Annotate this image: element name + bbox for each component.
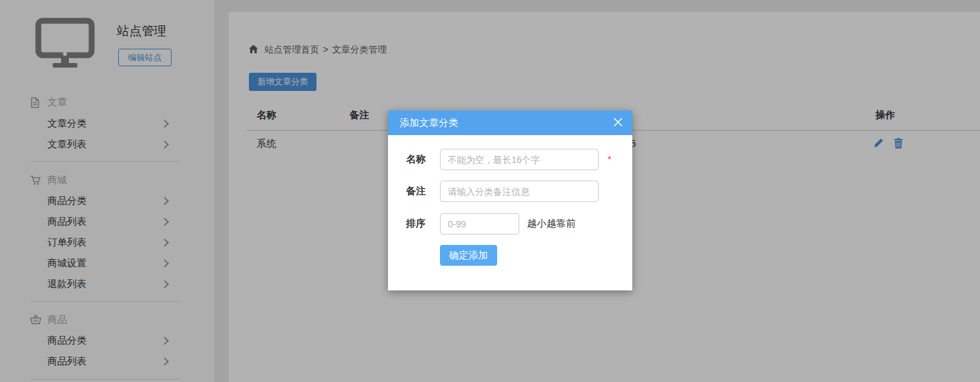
- sort-hint-text: 越小越靠前: [527, 218, 576, 230]
- modal-title: 添加文章分类: [400, 117, 458, 129]
- field-label-name: 名称: [406, 153, 426, 166]
- close-icon[interactable]: [612, 116, 625, 129]
- name-field[interactable]: [440, 149, 599, 170]
- note-field[interactable]: [440, 181, 599, 202]
- confirm-add-button[interactable]: 确定添加: [440, 245, 497, 266]
- field-label-sort: 排序: [406, 218, 426, 230]
- screen: 站点管理 编辑站点 文章 文章分类 文章列表: [0, 0, 980, 382]
- sort-field[interactable]: [440, 213, 519, 235]
- field-label-note: 备注: [406, 185, 426, 197]
- modal-header: 添加文章分类: [388, 110, 632, 135]
- required-asterisk: *: [608, 153, 612, 164]
- add-category-modal: 添加文章分类 名称 * 备注 排序 越小越靠前 确定添加: [388, 110, 632, 290]
